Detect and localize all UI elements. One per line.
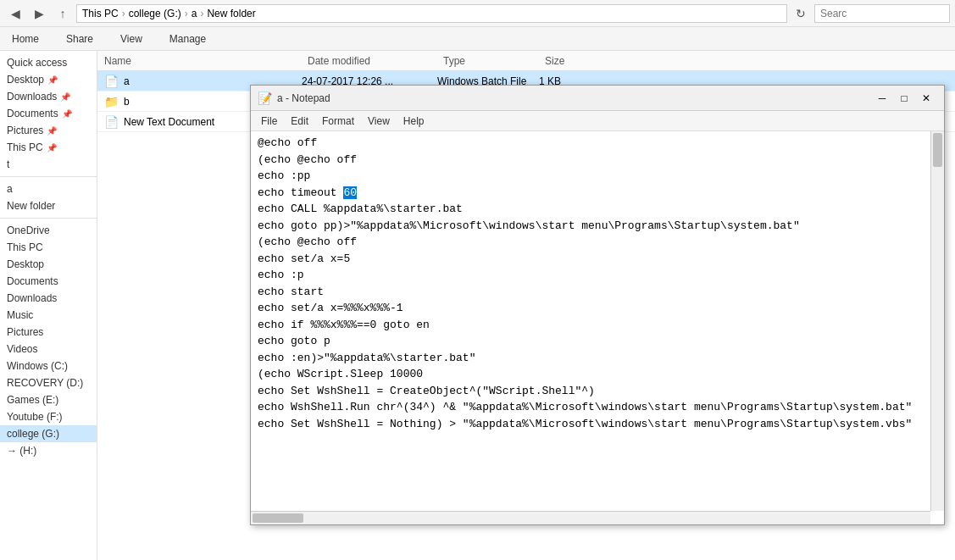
pin-icon-doc: 📌 [62, 109, 72, 119]
breadcrumb-new-folder: New folder [207, 8, 255, 19]
menu-edit[interactable]: Edit [284, 114, 315, 129]
sidebar-item-thispc[interactable]: This PC [0, 239, 97, 256]
forward-button[interactable]: ▶ [29, 3, 49, 24]
timeout-value: 60 [343, 186, 357, 199]
sidebar-item-quick-access[interactable]: Quick access [0, 54, 97, 71]
maximize-button[interactable]: □ [893, 89, 915, 108]
pictures-label: Pictures [7, 125, 43, 136]
youtube-f-label: Youtube (F:) [7, 411, 63, 423]
vertical-scroll-thumb[interactable] [933, 133, 942, 167]
ribbon-share[interactable]: Share [61, 30, 98, 48]
new-folder-label: New folder [7, 200, 55, 212]
horizontal-scrollbar[interactable] [251, 511, 930, 524]
menu-format[interactable]: Format [315, 114, 361, 129]
breadcrumb-drive: college (G:) [129, 8, 181, 19]
recovery-d-label: RECOVERY (D:) [7, 377, 83, 389]
breadcrumb-folder-a: a [192, 8, 197, 19]
windows-c-label: Windows (C:) [7, 360, 68, 372]
pin-icon-pic: 📌 [47, 126, 57, 136]
notepad-menu: File Edit Format View Help [251, 111, 944, 131]
notepad-content[interactable]: @echo off (echo @echo off echo :pp echo … [251, 131, 944, 524]
vertical-scrollbar[interactable] [930, 131, 944, 511]
sidebar: Quick access Desktop 📌 Downloads 📌 Docum… [0, 51, 97, 560]
desktop2-label: Desktop [7, 258, 44, 270]
notepad-titlebar: 📝 a - Notepad ─ □ ✕ [251, 86, 944, 111]
file-icon-b: 📁 [104, 95, 119, 108]
ribbon-home[interactable]: Home [7, 30, 44, 48]
menu-help[interactable]: Help [397, 114, 431, 129]
sidebar-divider-2 [0, 218, 97, 219]
sidebar-item-pictures[interactable]: Pictures 📌 [0, 122, 97, 139]
sidebar-item-videos[interactable]: Videos [0, 341, 97, 358]
sidebar-item-youtube-f[interactable]: Youtube (F:) [0, 408, 97, 425]
file-list-header: Name Date modified Type Size [97, 51, 955, 71]
onedrive-label: OneDrive [7, 225, 50, 236]
sidebar-item-thispc-top[interactable]: This PC 📌 [0, 139, 97, 156]
sidebar-item-desktop2[interactable]: Desktop [0, 256, 97, 273]
sidebar-item-recovery-d[interactable]: RECOVERY (D:) [0, 374, 97, 391]
pin-icon-pc: 📌 [47, 143, 57, 152]
sidebar-item-a[interactable]: a [0, 180, 97, 197]
menu-view[interactable]: View [361, 114, 397, 129]
downloads2-label: Downloads [7, 292, 57, 304]
downloads-label: Downloads [7, 91, 57, 103]
sidebar-divider-1 [0, 176, 97, 177]
desktop-label: Desktop [7, 74, 44, 86]
sidebar-item-music[interactable]: Music [0, 307, 97, 324]
college-g-label: college (G:) [7, 428, 59, 440]
games-e-label: Games (E:) [7, 394, 58, 406]
thispc-top-label: This PC [7, 141, 43, 153]
sidebar-item-downloads2[interactable]: Downloads [0, 290, 97, 307]
line-1: @echo off (echo @echo off echo :pp echo … [258, 136, 912, 430]
notepad-app-icon: 📝 [258, 91, 272, 105]
pin-icon: 📌 [47, 75, 58, 85]
ribbon-view[interactable]: View [115, 30, 147, 48]
up-button[interactable]: ↑ [53, 3, 73, 24]
sidebar-item-documents2[interactable]: Documents [0, 273, 97, 290]
refresh-button[interactable]: ↻ [791, 3, 811, 24]
header-size[interactable]: Size [545, 55, 613, 67]
close-button[interactable]: ✕ [915, 89, 937, 108]
documents2-label: Documents [7, 275, 58, 287]
sidebar-item-t[interactable]: t [0, 156, 97, 173]
documents-label: Documents [7, 108, 58, 119]
notepad-title: a - Notepad [277, 92, 871, 104]
ribbon-manage[interactable]: Manage [164, 30, 211, 48]
sidebar-item-games-e[interactable]: Games (E:) [0, 391, 97, 408]
minimize-button[interactable]: ─ [871, 89, 893, 108]
videos-label: Videos [7, 343, 37, 355]
sidebar-item-onedrive[interactable]: OneDrive [0, 222, 97, 239]
music-label: Music [7, 309, 33, 321]
header-type[interactable]: Type [443, 55, 545, 67]
breadcrumb[interactable]: This PC › college (G:) › a › New folder [76, 4, 787, 23]
notepad-text-area[interactable]: @echo off (echo @echo off echo :pp echo … [251, 131, 944, 435]
sidebar-item-new-folder[interactable]: New folder [0, 197, 97, 214]
breadcrumb-pc: This PC [82, 8, 119, 19]
header-name[interactable]: Name [104, 55, 308, 67]
search-input[interactable] [814, 4, 950, 23]
header-date[interactable]: Date modified [308, 55, 443, 67]
sidebar-item-college-g[interactable]: college (G:) [0, 425, 97, 442]
sidebar-item-h[interactable]: → (H:) [0, 442, 97, 459]
sidebar-item-windows-c[interactable]: Windows (C:) [0, 358, 97, 374]
menu-file[interactable]: File [254, 114, 284, 129]
file-icon-new: 📄 [104, 115, 119, 129]
pin-icon-dl: 📌 [60, 92, 70, 102]
sidebar-item-desktop[interactable]: Desktop 📌 [0, 71, 97, 88]
sidebar-item-pictures2[interactable]: Pictures [0, 324, 97, 341]
a-label: a [7, 183, 13, 195]
notepad-window: 📝 a - Notepad ─ □ ✕ File Edit Format Vie… [250, 85, 945, 525]
h-label: → (H:) [7, 445, 36, 457]
ribbon: Home Share View Manage [0, 27, 955, 51]
pictures2-label: Pictures [7, 326, 43, 338]
t-label: t [7, 158, 9, 170]
nav-bar: ◀ ▶ ↑ This PC › college (G:) › a › New f… [0, 0, 955, 27]
back-button[interactable]: ◀ [5, 3, 25, 24]
file-icon-a: 📄 [104, 75, 119, 88]
sidebar-item-downloads[interactable]: Downloads 📌 [0, 88, 97, 105]
quick-access-label: Quick access [7, 57, 67, 69]
sidebar-item-documents[interactable]: Documents 📌 [0, 105, 97, 122]
horizontal-scroll-thumb[interactable] [253, 513, 303, 523]
thispc-label: This PC [7, 241, 43, 253]
